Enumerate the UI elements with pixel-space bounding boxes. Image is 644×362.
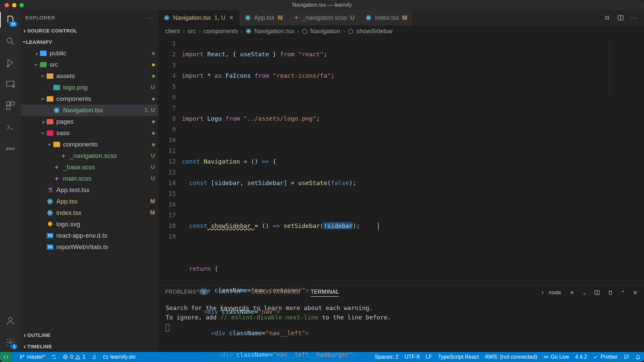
folder-icon <box>47 73 53 79</box>
settings-button[interactable]: 1 <box>4 336 17 349</box>
tab-index-tsx[interactable]: index.tsx M <box>360 10 413 25</box>
remote-explorer-tab[interactable] <box>4 78 17 90</box>
tab-navigation-scss[interactable]: ✦ _navigation.scss U <box>288 10 360 25</box>
tab-status: 1, U <box>214 14 225 21</box>
more-actions-button[interactable]: ··· <box>631 14 637 21</box>
sass-icon: ✦ <box>60 152 67 160</box>
settings-badge: 1 <box>11 344 17 349</box>
run-debug-tab[interactable] <box>4 56 17 69</box>
tab-navigation-tsx[interactable]: Navigation.tsx 1, U ✕ <box>158 10 239 25</box>
cursor <box>378 223 379 230</box>
accounts-button[interactable] <box>4 314 17 327</box>
svg-point-9 <box>56 110 57 111</box>
outline-section[interactable]: OUTLINE <box>21 329 158 341</box>
file-label: index.tsx <box>56 209 150 217</box>
folder-sass[interactable]: sass <box>21 127 158 139</box>
error-count: 0 <box>70 354 73 360</box>
search-tab[interactable] <box>4 35 17 48</box>
file-app-tsx[interactable]: App.tsxM <box>21 196 158 207</box>
folder-label: components <box>63 141 152 148</box>
file-react-app-env[interactable]: TSreact-app-env.d.ts <box>21 230 158 241</box>
file-navigation-scss[interactable]: ✦_navigation.scssU <box>21 150 158 162</box>
file-logo-png[interactable]: logo.pngU <box>21 82 158 93</box>
aws-label: aws <box>6 146 15 151</box>
code-content[interactable]: import React, { useState } from "react";… <box>182 37 644 285</box>
folder-icon <box>40 51 47 56</box>
file-label: logo.svg <box>56 221 155 228</box>
breadcrumb-item[interactable]: components <box>203 27 238 35</box>
status-dot <box>152 120 155 123</box>
react-icon <box>46 209 54 217</box>
folder-src[interactable]: src <box>21 59 158 70</box>
remote-indicator[interactable] <box>0 352 12 362</box>
tab-label: App.tsx <box>254 14 274 21</box>
tab-app-tsx[interactable]: App.tsx M <box>239 10 288 25</box>
close-tab-button[interactable]: ✕ <box>229 14 234 21</box>
sidebar-title: EXPLORER <box>25 15 55 20</box>
breadcrumb-item[interactable]: Navigation.tsx <box>254 27 294 35</box>
problems-indicator[interactable]: 01 <box>63 354 86 360</box>
minimap[interactable] <box>609 38 643 99</box>
svg-point-7 <box>9 317 12 321</box>
file-logo-svg[interactable]: ✸logo.svg <box>21 219 158 230</box>
editor[interactable]: 12345678910111213141516171819 import Rea… <box>158 37 644 285</box>
sync-button[interactable] <box>51 354 57 360</box>
project-label: LEARNIFY <box>26 39 52 45</box>
status-dot <box>152 98 155 101</box>
tab-label: Navigation.tsx <box>173 14 211 21</box>
branch-indicator[interactable]: master* <box>19 354 45 360</box>
symbol-icon: ⬡ <box>348 27 354 35</box>
file-report-web-vitals[interactable]: TSreportWebVitals.ts <box>21 241 158 253</box>
tab-status: M <box>278 14 283 21</box>
status-dot <box>152 143 155 146</box>
solution-indicator[interactable]: learnify.sln <box>103 354 136 360</box>
svg-point-17 <box>49 212 50 213</box>
folder-icon <box>47 130 53 136</box>
breadcrumb-item[interactable]: Navigation <box>310 27 340 35</box>
explorer-tab[interactable]: 15 <box>4 13 17 26</box>
file-main-scss[interactable]: ✦main.scssU <box>21 173 158 184</box>
folder-assets[interactable]: assets <box>21 70 158 82</box>
breadcrumb-item[interactable]: client <box>165 27 180 35</box>
image-icon <box>53 85 60 90</box>
sass-icon: ✦ <box>294 14 299 21</box>
window-close-button[interactable] <box>5 3 9 7</box>
sass-icon: ✦ <box>53 175 60 182</box>
project-section[interactable]: LEARNIFY <box>21 36 158 48</box>
react-icon <box>46 198 54 205</box>
aws-tab[interactable]: aws <box>4 142 17 155</box>
svg-point-25 <box>248 17 249 18</box>
folder-sass-components[interactable]: components <box>21 139 158 150</box>
line-numbers: 12345678910111213141516171819 <box>158 37 182 285</box>
compare-changes-icon[interactable] <box>604 14 610 21</box>
extensions-tab[interactable] <box>4 99 17 112</box>
folder-components[interactable]: components <box>21 93 158 105</box>
folder-pages[interactable]: pages <box>21 116 158 127</box>
react-icon <box>245 15 251 21</box>
terminal-panel-tab[interactable] <box>4 121 17 133</box>
file-label: main.scss <box>63 175 151 182</box>
file-base-scss[interactable]: ✦_base.scssU <box>21 162 158 173</box>
file-label: App.test.tsx <box>56 186 155 194</box>
window-minimize-button[interactable] <box>12 3 16 7</box>
breadcrumb-item[interactable]: showSidebar <box>356 27 393 35</box>
breadcrumb[interactable]: client› src› components› Navigation.tsx›… <box>158 25 644 37</box>
source-control-section[interactable]: SOURCE CONTROL <box>21 25 158 36</box>
svg-rect-2 <box>7 81 14 86</box>
window-zoom-button[interactable] <box>19 3 24 7</box>
git-status: U <box>151 153 155 159</box>
timeline-section[interactable]: TIMELINE <box>21 341 158 352</box>
file-index-tsx[interactable]: index.tsxM <box>21 207 158 219</box>
file-navigation-tsx[interactable]: Navigation.tsx1, U <box>21 105 158 116</box>
explorer-sidebar: EXPLORER ··· SOURCE CONTROL LEARNIFY pub… <box>21 10 158 352</box>
file-app-test[interactable]: ⚗App.test.tsx <box>21 184 158 196</box>
folder-public[interactable]: public <box>21 48 158 59</box>
sidebar-more-button[interactable]: ··· <box>147 15 154 20</box>
extensions-icon <box>5 101 15 111</box>
breadcrumb-item[interactable]: src <box>187 27 196 35</box>
folder-label: sass <box>56 129 152 137</box>
terminal-icon <box>5 122 15 132</box>
split-editor-icon[interactable] <box>617 14 624 21</box>
ports-indicator[interactable] <box>92 354 97 360</box>
git-status: 1, U <box>145 107 155 114</box>
